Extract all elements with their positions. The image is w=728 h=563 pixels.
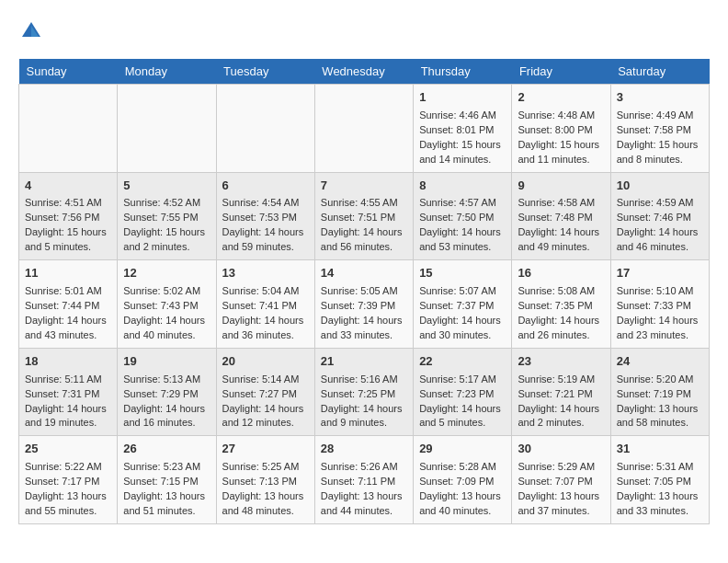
day-info: Sunrise: 5:13 AM: [123, 373, 210, 387]
day-info: and 33 minutes.: [617, 504, 703, 519]
day-number: 27: [222, 441, 309, 458]
day-number: 17: [617, 265, 703, 282]
day-number: 2: [518, 89, 604, 107]
day-number: 6: [222, 178, 309, 195]
day-number: 19: [123, 353, 210, 371]
day-cell: [314, 85, 413, 173]
day-info: Sunset: 7:51 PM: [321, 211, 407, 225]
day-info: and 2 minutes.: [518, 416, 604, 431]
day-info: Sunrise: 4:59 AM: [617, 196, 703, 211]
day-cell: 5Sunrise: 4:52 AMSunset: 7:55 PMDaylight…: [118, 172, 216, 260]
day-cell: 18Sunrise: 5:11 AMSunset: 7:31 PMDayligh…: [19, 348, 118, 436]
day-info: Daylight: 13 hours: [419, 489, 506, 504]
day-info: Sunset: 7:44 PM: [25, 299, 111, 314]
day-number: 7: [321, 178, 407, 195]
day-cell: 4Sunrise: 4:51 AMSunset: 7:56 PMDaylight…: [19, 172, 118, 260]
day-info: Daylight: 13 hours: [222, 489, 309, 504]
day-info: Sunset: 8:00 PM: [518, 123, 604, 138]
day-cell: 20Sunrise: 5:14 AMSunset: 7:27 PMDayligh…: [216, 348, 314, 436]
day-cell: 8Sunrise: 4:57 AMSunset: 7:50 PMDaylight…: [414, 172, 512, 260]
day-cell: 26Sunrise: 5:23 AMSunset: 7:15 PMDayligh…: [118, 436, 216, 524]
day-cell: [19, 85, 118, 173]
day-info: Sunrise: 5:25 AM: [222, 460, 309, 475]
day-info: and 40 minutes.: [123, 328, 210, 343]
day-info: Daylight: 15 hours: [25, 225, 111, 240]
week-row-1: 1Sunrise: 4:46 AMSunset: 8:01 PMDaylight…: [19, 85, 710, 173]
day-info: Daylight: 14 hours: [617, 314, 703, 328]
day-info: Daylight: 13 hours: [123, 489, 210, 504]
day-cell: 28Sunrise: 5:26 AMSunset: 7:11 PMDayligh…: [314, 436, 413, 524]
day-info: Sunrise: 5:31 AM: [617, 460, 703, 475]
day-info: Sunrise: 4:51 AM: [25, 196, 111, 211]
day-header-monday: Monday: [118, 59, 216, 85]
day-cell: 29Sunrise: 5:28 AMSunset: 7:09 PMDayligh…: [414, 436, 512, 524]
day-info: Sunset: 7:23 PM: [419, 387, 506, 402]
day-info: and 49 minutes.: [518, 240, 604, 255]
day-cell: 10Sunrise: 4:59 AMSunset: 7:46 PMDayligh…: [610, 172, 709, 260]
day-info: Sunrise: 5:17 AM: [419, 373, 506, 387]
day-number: 21: [321, 353, 407, 371]
day-info: Daylight: 14 hours: [222, 225, 309, 240]
day-header-saturday: Saturday: [610, 59, 709, 85]
day-cell: 17Sunrise: 5:10 AMSunset: 7:33 PMDayligh…: [610, 260, 709, 349]
day-cell: 14Sunrise: 5:05 AMSunset: 7:39 PMDayligh…: [314, 260, 413, 349]
day-info: and 5 minutes.: [25, 240, 111, 255]
day-info: Sunrise: 5:02 AM: [123, 284, 210, 299]
day-info: Sunset: 7:50 PM: [419, 211, 506, 225]
day-info: Daylight: 14 hours: [518, 314, 604, 328]
day-info: Sunrise: 5:20 AM: [617, 373, 703, 387]
day-info: Sunrise: 5:22 AM: [25, 460, 111, 475]
day-info: Sunrise: 5:01 AM: [25, 284, 111, 299]
day-info: and 48 minutes.: [222, 504, 309, 519]
day-info: and 51 minutes.: [123, 504, 210, 519]
day-info: and 12 minutes.: [222, 416, 309, 431]
day-cell: 7Sunrise: 4:55 AMSunset: 7:51 PMDaylight…: [314, 172, 413, 260]
day-number: 31: [617, 441, 703, 458]
day-number: 26: [123, 441, 210, 458]
day-info: Sunrise: 5:16 AM: [321, 373, 407, 387]
day-info: Sunrise: 5:10 AM: [617, 284, 703, 299]
day-info: Sunrise: 5:11 AM: [25, 373, 111, 387]
day-info: Daylight: 14 hours: [222, 314, 309, 328]
day-number: 1: [419, 89, 506, 107]
day-info: Sunset: 7:11 PM: [321, 475, 407, 489]
day-info: Daylight: 13 hours: [25, 489, 111, 504]
day-info: Sunrise: 5:05 AM: [321, 284, 407, 299]
day-number: 18: [25, 353, 111, 371]
day-info: and 33 minutes.: [321, 328, 407, 343]
day-number: 8: [419, 178, 506, 195]
day-info: and 40 minutes.: [419, 504, 506, 519]
day-info: Sunset: 7:37 PM: [419, 299, 506, 314]
day-cell: [216, 85, 314, 173]
day-info: Sunset: 7:55 PM: [123, 211, 210, 225]
day-info: and 56 minutes.: [321, 240, 407, 255]
day-info: Sunset: 7:43 PM: [123, 299, 210, 314]
day-cell: [118, 85, 216, 173]
day-info: Sunset: 7:46 PM: [617, 211, 703, 225]
day-info: Daylight: 13 hours: [518, 489, 604, 504]
day-info: Daylight: 14 hours: [222, 402, 309, 417]
day-info: and 2 minutes.: [123, 240, 210, 255]
day-header-sunday: Sunday: [19, 59, 118, 85]
day-info: and 8 minutes.: [617, 153, 703, 167]
day-cell: 11Sunrise: 5:01 AMSunset: 7:44 PMDayligh…: [19, 260, 118, 349]
day-info: Sunset: 7:29 PM: [123, 387, 210, 402]
day-number: 12: [123, 265, 210, 282]
logo: [18, 18, 48, 44]
day-cell: 27Sunrise: 5:25 AMSunset: 7:13 PMDayligh…: [216, 436, 314, 524]
day-info: and 58 minutes.: [617, 416, 703, 431]
day-number: 23: [518, 353, 604, 371]
day-info: and 16 minutes.: [123, 416, 210, 431]
day-info: Sunrise: 4:52 AM: [123, 196, 210, 211]
day-info: Daylight: 14 hours: [25, 314, 111, 328]
day-info: and 19 minutes.: [25, 416, 111, 431]
day-number: 22: [419, 353, 506, 371]
day-info: Daylight: 14 hours: [518, 402, 604, 417]
day-info: Sunset: 7:58 PM: [617, 123, 703, 138]
day-info: and 55 minutes.: [25, 504, 111, 519]
day-cell: 25Sunrise: 5:22 AMSunset: 7:17 PMDayligh…: [19, 436, 118, 524]
day-info: and 44 minutes.: [321, 504, 407, 519]
day-info: Sunset: 7:33 PM: [617, 299, 703, 314]
day-number: 15: [419, 265, 506, 282]
day-cell: 3Sunrise: 4:49 AMSunset: 7:58 PMDaylight…: [610, 85, 709, 173]
